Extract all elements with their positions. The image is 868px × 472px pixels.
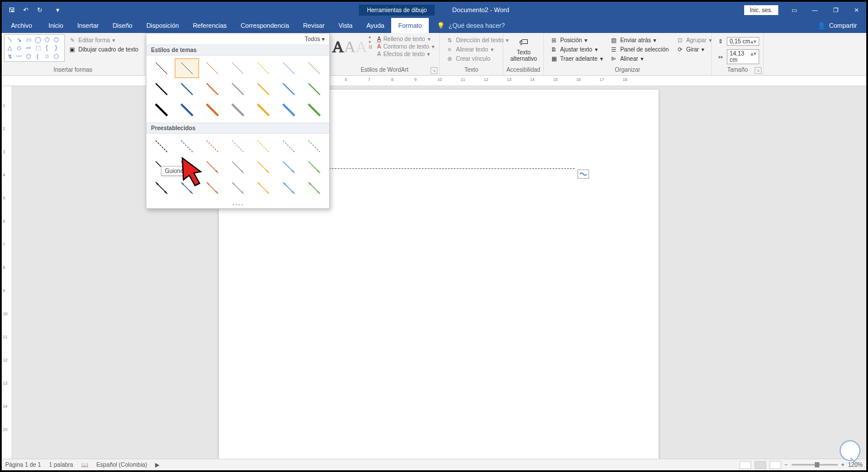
language-indicator[interactable]: Español (Colombia) (96, 462, 147, 468)
print-layout-button[interactable] (755, 461, 766, 469)
style-swatch[interactable] (149, 79, 174, 99)
style-swatch[interactable] (251, 137, 275, 156)
style-swatch[interactable] (175, 79, 199, 99)
undo-button[interactable]: ↶ (19, 3, 32, 16)
height-input[interactable]: 0,15 cm▴▾ (727, 37, 759, 46)
wordart-preset[interactable]: A (344, 34, 355, 60)
style-swatch[interactable] (226, 157, 250, 177)
page-indicator[interactable]: Página 1 de 1 (5, 462, 41, 468)
send-backward-button[interactable]: ▧Enviar atrás ▾ (609, 35, 670, 45)
svg-line-4 (258, 62, 269, 74)
tab-review[interactable]: Revisar (296, 18, 332, 33)
style-swatch[interactable] (302, 157, 326, 177)
shapes-gallery[interactable]: ＼↘▭◯⬠⬡ △◇⇨⬚{} ↯〰⬡(☆⬠ (4, 34, 65, 62)
style-swatch[interactable] (200, 100, 225, 120)
tab-insert[interactable]: Insertar (70, 18, 105, 33)
style-swatch[interactable] (226, 79, 250, 99)
spellcheck-icon[interactable]: 📖 (81, 462, 88, 468)
tell-me-search[interactable]: 💡 ¿Qué desea hacer? (437, 18, 505, 33)
text-box-button[interactable]: ▣Dibujar cuadro de texto (67, 45, 139, 54)
style-swatch[interactable] (149, 58, 174, 78)
svg-line-23 (207, 141, 218, 152)
tab-file[interactable]: Archivo (2, 18, 42, 33)
svg-line-3 (232, 62, 244, 74)
style-swatch[interactable] (251, 178, 275, 198)
style-swatch[interactable] (302, 58, 326, 78)
horizontal-ruler[interactable]: 123456789101112131415161718 (2, 76, 866, 86)
vertical-ruler[interactable]: 123456789101112131415 (2, 86, 12, 459)
style-swatch[interactable] (277, 178, 301, 198)
style-swatch[interactable] (302, 137, 326, 156)
wordart-preset[interactable]: A (332, 34, 344, 60)
style-swatch[interactable] (200, 79, 225, 99)
all-styles-button[interactable]: Todos ▾ (305, 36, 325, 42)
style-swatch[interactable] (277, 137, 301, 156)
zoom-in-button[interactable]: + (841, 462, 845, 468)
style-swatch[interactable] (277, 58, 301, 78)
zoom-out-button[interactable]: − (785, 462, 788, 468)
style-swatch[interactable] (226, 178, 250, 198)
dialog-launcher-icon[interactable]: ↘ (755, 67, 762, 74)
gallery-down-button[interactable]: ▾ (369, 39, 373, 45)
text-direction-button: ⇅Dirección del texto ▾ (444, 35, 510, 45)
tab-references[interactable]: Referencias (186, 18, 234, 33)
tab-mail[interactable]: Correspondencia (234, 18, 296, 33)
style-swatch[interactable] (277, 79, 301, 99)
style-swatch[interactable] (200, 137, 225, 156)
share-button[interactable]: 👤 Compartir (808, 18, 866, 33)
close-button[interactable]: ✕ (847, 2, 866, 18)
style-swatch[interactable] (149, 100, 174, 120)
style-swatch[interactable] (175, 137, 199, 156)
style-swatch[interactable] (175, 100, 199, 120)
text-box-icon: ▣ (68, 45, 76, 53)
macro-icon[interactable]: ▶ (155, 462, 160, 468)
customize-qat-button[interactable]: ▾ (52, 3, 64, 16)
zoom-level[interactable]: 120% (848, 462, 863, 468)
wrap-text-button[interactable]: 🗎Ajustar texto ▾ (549, 45, 604, 54)
word-count[interactable]: 1 palabra (49, 462, 73, 468)
style-swatch[interactable] (251, 157, 275, 177)
style-swatch[interactable] (149, 137, 174, 156)
style-swatch[interactable] (149, 178, 174, 198)
ribbon-display-button[interactable]: ▭ (784, 2, 804, 18)
style-swatch[interactable] (251, 100, 275, 120)
read-mode-button[interactable] (740, 461, 751, 469)
gallery-more-button[interactable]: ⊟ (369, 45, 373, 50)
selection-pane-button[interactable]: ☰Panel de selección (609, 45, 670, 54)
position-button[interactable]: ⊞Posición ▾ (549, 35, 604, 45)
gallery-up-button[interactable]: ▴ (369, 34, 373, 39)
style-swatch[interactable] (226, 137, 250, 156)
maximize-button[interactable]: ❐ (826, 2, 845, 18)
tab-design[interactable]: Diseño (106, 18, 139, 33)
layout-options-button[interactable] (578, 169, 589, 179)
tab-help[interactable]: Ayuda (359, 18, 391, 33)
tab-layout[interactable]: Disposición (139, 18, 186, 33)
save-button[interactable]: 🖫 (5, 3, 18, 16)
style-swatch[interactable] (251, 58, 275, 78)
dialog-launcher-icon[interactable]: ↘ (431, 67, 437, 74)
wordart-preset[interactable]: A (355, 34, 367, 60)
bring-forward-button[interactable]: ▦Traer adelante ▾ (549, 54, 604, 63)
rotate-button[interactable]: ⟳Girar ▾ (675, 45, 713, 54)
redo-button[interactable]: ↻ (33, 3, 46, 16)
style-swatch[interactable] (200, 58, 225, 78)
tab-view[interactable]: Vista (332, 18, 359, 33)
style-swatch[interactable] (277, 100, 301, 120)
style-swatch[interactable] (277, 157, 301, 177)
style-swatch[interactable] (175, 58, 199, 78)
alt-text-button[interactable]: 🏷 Texto alternativo (506, 34, 542, 63)
sign-in-button[interactable]: Inic. ses. (744, 5, 778, 15)
align-button[interactable]: ⊫Alinear ▾ (609, 54, 670, 63)
web-layout-button[interactable] (770, 461, 781, 469)
minimize-button[interactable]: — (805, 2, 825, 18)
zoom-slider[interactable] (792, 464, 838, 466)
style-swatch[interactable] (302, 100, 326, 120)
tab-format[interactable]: Formato (391, 18, 429, 33)
width-input[interactable]: 14,13 cm▴▾ (727, 49, 759, 64)
tab-home[interactable]: Inicio (42, 18, 71, 33)
style-swatch[interactable] (226, 58, 250, 78)
style-swatch[interactable] (302, 178, 326, 198)
style-swatch[interactable] (302, 79, 326, 99)
style-swatch[interactable] (226, 100, 250, 120)
style-swatch[interactable] (251, 79, 275, 99)
